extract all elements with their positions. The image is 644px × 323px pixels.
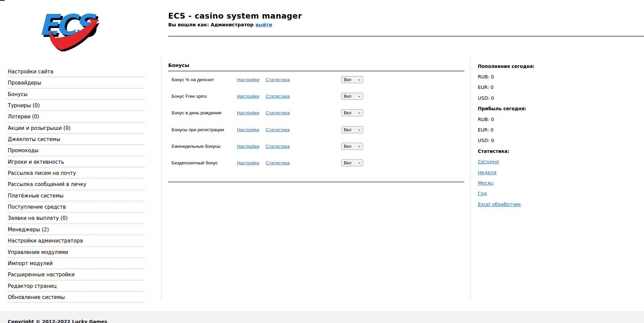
bonus-label: Бонус Free spins xyxy=(172,94,237,99)
chevron-down-icon: ⌄ xyxy=(357,143,361,148)
sidebar-item-players-activity[interactable]: Игроки и активность xyxy=(8,156,145,167)
header-divider xyxy=(168,36,644,37)
stats-week-link[interactable]: Неделя xyxy=(478,170,496,175)
sidebar-item-payment-systems[interactable]: Платёжные системы xyxy=(8,190,145,201)
sidebar-item-module-management[interactable]: Управление модулями xyxy=(8,247,145,258)
header: ECS - casino system manager Вы вошли как… xyxy=(168,11,302,27)
stats-today-link[interactable]: Сегодня xyxy=(478,159,499,164)
deposit-rub-value: RUB: 0 xyxy=(478,71,586,82)
sidebar-item-providers[interactable]: Провайдеры xyxy=(8,77,145,88)
divider-main-rightpanel xyxy=(470,57,471,300)
statistics-title: Статистика: xyxy=(478,146,586,156)
sidebar-item-admin-settings[interactable]: Настройки администратора xyxy=(8,235,145,246)
bonus-settings-link[interactable]: Настройки xyxy=(237,144,266,149)
bonus-statistics-link[interactable]: Статистика xyxy=(266,110,341,115)
bonus-row: Еженедельные бонусы Настройки Статистика… xyxy=(168,138,464,155)
bonus-toggle-value: Вкл xyxy=(344,144,351,149)
bonus-statistics-link[interactable]: Статистика xyxy=(266,127,341,132)
login-status-line: Вы вошли как: Администраторвыйти xyxy=(168,22,302,27)
sidebar-item-payout-requests[interactable]: Заявки на выплату (0) xyxy=(8,212,145,224)
bonus-row: Бонусы при регистрации Настройки Статист… xyxy=(168,121,464,138)
sidebar-item-bonuses[interactable]: Бонусы xyxy=(8,89,145,100)
bonus-label: Бонусы при регистрации xyxy=(172,127,237,132)
chevron-down-icon: ⌄ xyxy=(357,93,361,98)
bonus-toggle-select[interactable]: Вкл ⌄ xyxy=(341,143,363,150)
footer: Copyright © 2012-2022 Lucky Games xyxy=(0,311,644,323)
stats-month-link[interactable]: Месяц xyxy=(478,180,493,186)
sidebar-item-site-settings[interactable]: Настройки сайта xyxy=(8,66,145,77)
sidebar-item-tournaments[interactable]: Турниры (0) xyxy=(8,100,145,111)
deposit-eur-value: EUR: 0 xyxy=(478,82,586,93)
bonus-settings-link[interactable]: Настройки xyxy=(237,77,266,82)
bonus-toggle-select[interactable]: Вкл ⌄ xyxy=(341,159,363,166)
copyright-text: Copyright © 2012-2022 Lucky Games xyxy=(0,311,644,323)
bonus-row: Бездепозитный бонус Настройки Статистика… xyxy=(168,155,464,171)
bonus-settings-link[interactable]: Настройки xyxy=(237,110,266,115)
chevron-down-icon: ⌄ xyxy=(357,127,361,131)
bonus-row: Бонус Free spins Настройки Статистика Вк… xyxy=(168,88,464,105)
bonus-row: Бонус в день рождения Настройки Статисти… xyxy=(168,105,464,121)
bonus-statistics-link[interactable]: Статистика xyxy=(266,94,341,99)
sidebar-item-advanced-settings[interactable]: Расширенные настройки xyxy=(8,269,145,280)
bonus-label: Бонус в день рождения xyxy=(172,110,237,115)
bonus-toggle-value: Вкл xyxy=(344,160,351,165)
bonus-settings-link[interactable]: Настройки xyxy=(237,127,266,132)
bonus-label: Бонус % на депозит xyxy=(172,77,237,82)
main-content: Бонусы Бонус % на депозит Настройки Стат… xyxy=(168,61,464,182)
section-title: Бонусы xyxy=(168,61,464,68)
sidebar-item-page-editor[interactable]: Редактор страниц xyxy=(8,280,145,292)
bonus-toggle-select[interactable]: Вкл ⌄ xyxy=(341,93,363,100)
page-edge-mark xyxy=(0,0,5,1)
bonus-row: Бонус % на депозит Настройки Статистика … xyxy=(168,71,464,88)
deposit-usd-value: USD: 0 xyxy=(478,93,586,103)
sidebar-item-incoming-funds[interactable]: Поступление средств xyxy=(8,201,145,212)
sidebar-item-system-update[interactable]: Обновление системы xyxy=(8,292,145,303)
divider-sidebar-main xyxy=(161,57,162,300)
bonus-statistics-link[interactable]: Статистика xyxy=(266,144,341,149)
bonus-toggle-value: Вкл xyxy=(344,77,351,82)
sidebar-item-promocodes[interactable]: Промокоды xyxy=(8,145,145,156)
bonus-statistics-link[interactable]: Статистика xyxy=(266,77,341,82)
bonus-toggle-value: Вкл xyxy=(344,127,351,132)
sidebar-item-promotions[interactable]: Акции и розыгрыши (0) xyxy=(8,122,145,134)
sidebar-item-pm-mailing[interactable]: Рассылка сообщений в личку xyxy=(8,179,145,190)
chevron-down-icon: ⌄ xyxy=(357,160,361,164)
chevron-down-icon: ⌄ xyxy=(357,110,361,114)
bonus-toggle-select[interactable]: Вкл ⌄ xyxy=(341,126,363,133)
bonus-toggle-select[interactable]: Вкл ⌄ xyxy=(341,76,363,83)
profit-rub-value: RUB: 0 xyxy=(478,114,586,124)
bonus-label: Бездепозитный бонус xyxy=(172,160,237,165)
bonus-label: Еженедельные бонусы xyxy=(172,144,237,149)
chevron-down-icon: ⌄ xyxy=(357,77,361,81)
ecs-logo-graphic: ECS ECS xyxy=(34,4,101,51)
profit-today-title: Прибыль сегодня: xyxy=(478,103,586,114)
profit-usd-value: USD: 0 xyxy=(478,135,586,146)
stats-excel-link[interactable]: Excel обработчик xyxy=(478,202,521,207)
bonus-settings-link[interactable]: Настройки xyxy=(237,94,266,99)
sidebar-item-jackpots[interactable]: Джекпоты системы xyxy=(8,134,145,145)
right-panel: Пополнения сегодня: RUB: 0 EUR: 0 USD: 0… xyxy=(478,61,586,209)
bonus-toggle-value: Вкл xyxy=(344,94,351,99)
bonus-settings-link[interactable]: Настройки xyxy=(237,160,266,165)
stats-year-link[interactable]: Год xyxy=(478,191,487,196)
bonus-toggle-value: Вкл xyxy=(344,110,351,115)
profit-eur-value: EUR: 0 xyxy=(478,124,586,135)
sidebar-item-module-import[interactable]: Импорт модулей xyxy=(8,258,145,269)
page-title: ECS - casino system manager xyxy=(168,11,302,20)
deposits-today-title: Пополнения сегодня: xyxy=(478,61,586,71)
sidebar-nav: Настройки сайта Провайдеры Бонусы Турнир… xyxy=(8,66,145,303)
section-divider-bottom xyxy=(168,182,464,182)
sidebar-item-lotteries[interactable]: Лотереи (0) xyxy=(8,111,145,122)
sidebar-item-managers[interactable]: Менеджеры (2) xyxy=(8,224,145,235)
logout-link[interactable]: выйти xyxy=(256,22,272,27)
bonus-toggle-select[interactable]: Вкл ⌄ xyxy=(341,109,363,116)
ecs-logo[interactable]: ECS ECS xyxy=(34,4,101,51)
sidebar-item-email-mailing[interactable]: Рассылка писем на почту xyxy=(8,167,145,179)
login-status-text: Вы вошли как: Администратор xyxy=(168,22,253,27)
bonus-statistics-link[interactable]: Статистика xyxy=(266,160,341,165)
